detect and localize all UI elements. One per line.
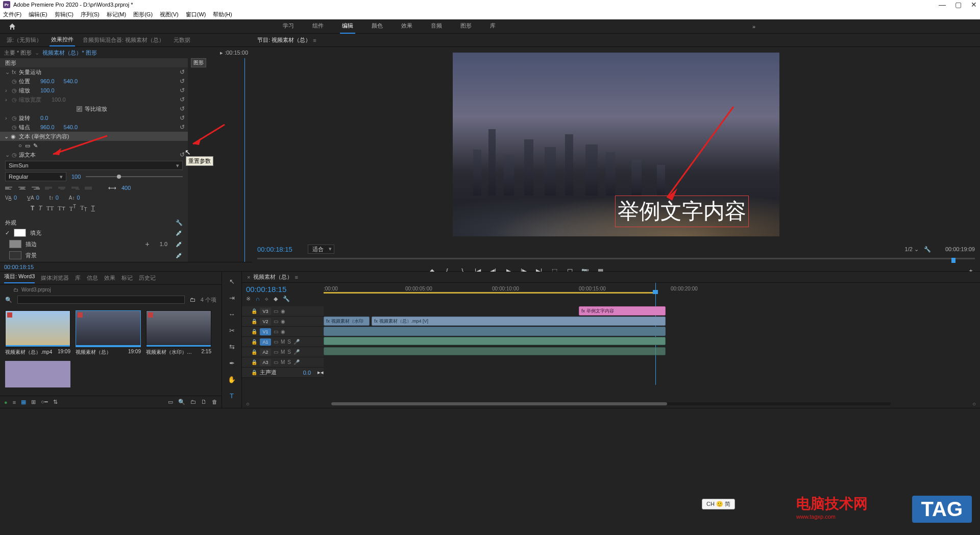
stroke-width[interactable]: 1.0 <box>160 241 167 247</box>
eyedropper-icon[interactable]: 💉 <box>176 230 183 236</box>
timeline-ruler[interactable]: :00:00 00:00:05:00 00:00:10:00 00:00:15:… <box>324 283 980 306</box>
uniform-scale-checkbox[interactable]: ✓ <box>77 106 82 112</box>
ws-color[interactable]: 颜色 <box>370 19 385 34</box>
anchor-y[interactable]: 540.0 <box>64 124 78 130</box>
freeform-view-icon[interactable]: ⊞ <box>31 399 36 405</box>
smallcaps-icon[interactable]: Tᴛ <box>58 205 65 212</box>
icon-view-icon[interactable]: ▦ <box>21 399 26 405</box>
timeline-zoom-scrollbar[interactable] <box>331 402 891 405</box>
search-input[interactable] <box>17 296 185 304</box>
lock-icon[interactable]: 🔒 <box>251 308 257 314</box>
hand-tool-icon[interactable]: ✋ <box>227 375 236 384</box>
stroke-swatch[interactable] <box>9 240 21 248</box>
menu-clip[interactable]: 剪辑(C) <box>55 11 74 18</box>
ws-assembly[interactable]: 组件 <box>310 19 326 34</box>
tracking-val[interactable]: 400 <box>121 185 131 191</box>
allcaps-icon[interactable]: TT <box>46 205 54 212</box>
bin-icon[interactable]: 🗀 <box>13 287 18 293</box>
stopwatch-icon[interactable]: ◷ <box>12 87 19 94</box>
ws-library[interactable]: 库 <box>488 19 498 34</box>
track-v3[interactable]: V3 <box>260 308 271 315</box>
font-family-select[interactable]: SimSun <box>5 161 183 170</box>
menu-edit[interactable]: 编辑(E) <box>29 11 47 18</box>
underline-icon[interactable]: T <box>91 205 95 212</box>
menu-window[interactable]: 窗口(W) <box>186 11 206 18</box>
track-v1[interactable]: V1 <box>260 328 271 335</box>
eye-icon[interactable]: ◉ <box>281 329 285 334</box>
tab-markers[interactable]: 标记 <box>121 274 133 282</box>
rect-mask-icon[interactable]: ▭ <box>25 142 30 149</box>
markers-icon[interactable]: ◆ <box>274 296 278 302</box>
ws-graphics[interactable]: 图形 <box>458 19 474 34</box>
bin-item[interactable]: 视频素材（总）19:09 <box>76 310 141 356</box>
fx-icon[interactable]: fx <box>12 69 19 75</box>
expand-icon[interactable]: ▸◂ <box>317 369 324 376</box>
reset-source-text-icon[interactable]: ↺ <box>180 151 185 158</box>
close-button[interactable]: ✕ <box>971 1 977 9</box>
font-style-select[interactable]: Regular <box>5 172 66 181</box>
lock-icon[interactable]: 🔒 <box>251 349 257 355</box>
expand-icon[interactable]: ⌄ <box>5 69 10 76</box>
font-size-slider[interactable] <box>86 176 183 177</box>
justify-right-icon[interactable] <box>71 184 80 191</box>
expand-icon[interactable]: ⌄ <box>5 152 10 158</box>
pen-mask-icon[interactable]: ✎ <box>33 142 38 149</box>
toggle-icon[interactable]: ▭ <box>274 329 278 334</box>
reset-icon[interactable]: ↺ <box>180 114 185 121</box>
lock-icon[interactable]: 🔒 <box>251 329 257 334</box>
home-icon[interactable] <box>8 22 16 31</box>
ws-audio[interactable]: 音频 <box>429 19 444 34</box>
menu-graphics[interactable]: 图形(G) <box>133 11 153 18</box>
ws-more[interactable]: » <box>752 23 755 30</box>
toggle-icon[interactable]: ▭ <box>274 308 278 314</box>
tab-project[interactable]: 项目: Word3 <box>4 273 35 283</box>
program-video[interactable]: 举例文字内容 <box>453 53 779 236</box>
justify-all-icon[interactable] <box>85 184 93 191</box>
program-scrubber[interactable] <box>257 258 975 265</box>
track-a1[interactable]: A1 <box>260 338 271 346</box>
filter-icon[interactable]: 🗀 <box>190 297 195 303</box>
eye-icon[interactable]: ◉ <box>11 133 16 140</box>
bin-item[interactable]: 视频素材（总）.mp419:09 <box>5 310 70 356</box>
slip-tool-icon[interactable]: ⇆ <box>227 342 236 351</box>
tab-effects[interactable]: 效果 <box>104 274 115 282</box>
lock-icon[interactable]: 🔒 <box>251 319 257 324</box>
new-bin-icon[interactable]: 🗀 <box>190 399 196 405</box>
lock-icon[interactable]: 🔒 <box>251 339 257 345</box>
track-a2[interactable]: A2 <box>260 349 271 356</box>
timeline-title[interactable]: 视频素材（总） <box>253 273 292 281</box>
stopwatch-icon[interactable]: ◷ <box>12 152 19 158</box>
track-v2[interactable]: V2 <box>260 318 271 325</box>
wrench-icon[interactable]: 🔧 <box>176 220 183 226</box>
clip-video[interactable]: fx 视频素材（水印 <box>324 317 370 326</box>
settings-icon[interactable]: 🔧 <box>283 296 290 302</box>
find-icon[interactable]: 🔍 <box>178 399 185 405</box>
eyedropper-icon[interactable]: 💉 <box>176 252 183 259</box>
menu-view[interactable]: 视图(V) <box>160 11 179 18</box>
italic-icon[interactable]: T <box>38 205 42 212</box>
tab-libraries[interactable]: 库 <box>75 274 81 282</box>
stopwatch-icon[interactable]: ◷ <box>12 78 19 85</box>
mic-icon[interactable]: 🎤 <box>293 339 300 345</box>
zoom-select[interactable]: 1/2 ⌄ <box>905 246 919 253</box>
tab-media-browser[interactable]: 媒体浏览器 <box>41 274 69 282</box>
reset-icon[interactable]: ↺ <box>180 105 185 112</box>
fill-checkbox[interactable]: ✓ <box>5 230 10 236</box>
ec-timecode[interactable]: 00:00:18:15 <box>4 264 34 270</box>
menu-file[interactable]: 文件(F) <box>3 11 21 18</box>
menu-sequence[interactable]: 序列(S) <box>81 11 100 18</box>
stopwatch-icon[interactable]: ◷ <box>12 124 19 131</box>
eye-icon[interactable]: ◉ <box>281 319 285 324</box>
reset-icon[interactable]: ↺ <box>180 87 185 94</box>
anchor-x[interactable]: 960.0 <box>40 124 55 130</box>
bg-swatch[interactable] <box>9 251 21 259</box>
expand-icon[interactable]: › <box>5 87 10 93</box>
eyedropper-icon[interactable]: 💉 <box>176 241 183 248</box>
subscript-icon[interactable]: TT <box>80 204 87 212</box>
superscript-icon[interactable]: TT <box>69 204 76 213</box>
razor-tool-icon[interactable]: ✂ <box>227 326 236 335</box>
tab-metadata[interactable]: 元数据 <box>172 34 192 46</box>
tracking2-val[interactable]: 0 <box>36 194 39 201</box>
ec-crumb-clip[interactable]: 视频素材（总）* 图形 <box>42 49 96 57</box>
bin-item[interactable] <box>5 361 70 387</box>
